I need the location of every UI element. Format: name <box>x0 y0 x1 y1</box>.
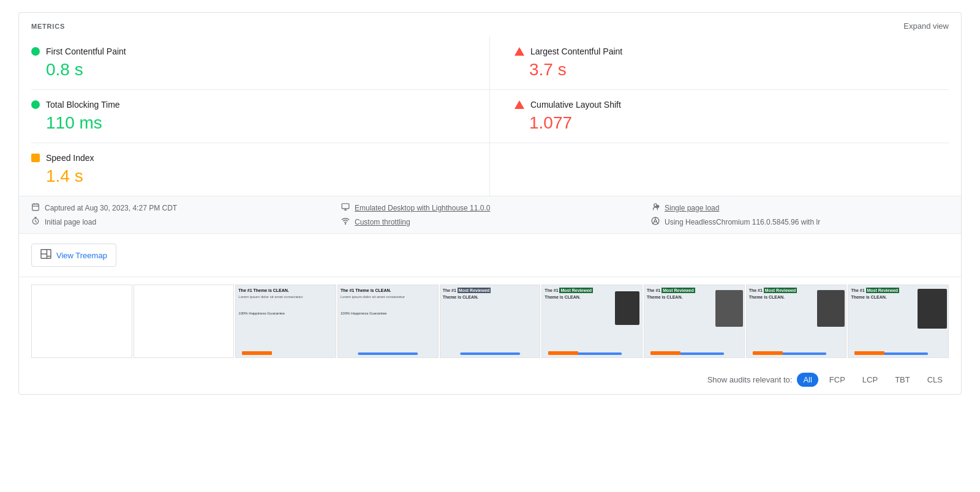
timer-icon <box>31 217 40 227</box>
si-value: 1.4 s <box>31 166 465 186</box>
audit-filter-bar: Show audits relevant to: All FCP LCP TBT… <box>19 368 961 394</box>
filter-fcp-button[interactable]: FCP <box>823 373 851 387</box>
metric-tbt: Total Blocking Time 110 ms <box>31 90 490 143</box>
info-emulated: Emulated Desktop with Lighthouse 11.0.0 <box>341 203 639 213</box>
wifi-icon <box>341 217 350 227</box>
cls-value: 1.077 <box>514 113 937 133</box>
tbt-label: Total Blocking Time <box>46 100 120 110</box>
cls-label: Cumulative Layout Shift <box>530 100 621 110</box>
tbt-indicator <box>31 100 40 109</box>
metrics-grid: First Contentful Paint 0.8 s Largest Con… <box>19 37 961 196</box>
filter-tbt-button[interactable]: TBT <box>889 373 916 387</box>
view-treemap-button[interactable]: View Treemap <box>31 244 116 267</box>
audit-filter-label: Show audits relevant to: <box>707 375 793 384</box>
captured-text: Captured at Aug 30, 2023, 4:27 PM CDT <box>45 204 177 212</box>
lcp-label: Largest Contentful Paint <box>530 47 622 56</box>
cls-indicator <box>514 100 524 109</box>
person-icon <box>651 203 660 213</box>
throttling-link[interactable]: Custom throttling <box>355 218 410 226</box>
monitor-icon <box>341 203 350 213</box>
svg-point-14 <box>345 223 345 224</box>
filter-all-button[interactable]: All <box>797 373 818 387</box>
metric-si: Speed Index 1.4 s <box>31 143 490 196</box>
filmstrip-frame-6: The #1 Most Reviewed Theme is CLEAN. <box>541 285 643 358</box>
tbt-value: 110 ms <box>31 113 465 133</box>
metric-cls: Cumulative Layout Shift 1.077 <box>490 90 949 143</box>
filmstrip-frame-3: The #1 Theme is CLEAN. Lorem ipsum dolor… <box>235 285 336 358</box>
info-bar: Captured at Aug 30, 2023, 4:27 PM CDT Em… <box>19 196 961 234</box>
metrics-title: METRICS <box>31 23 65 30</box>
metric-lcp: Largest Contentful Paint 3.7 s <box>490 37 949 90</box>
info-throttling: Custom throttling <box>341 217 639 227</box>
filmstrip-frame-7: The #1 Most Reviewed Theme is CLEAN. <box>644 285 745 358</box>
svg-rect-0 <box>32 204 39 211</box>
metric-fcp: First Contentful Paint 0.8 s <box>31 37 490 90</box>
fcp-indicator <box>31 47 40 56</box>
initial-load-text: Initial page load <box>45 218 96 226</box>
info-initial-load: Initial page load <box>31 217 329 227</box>
emulated-link[interactable]: Emulated Desktop with Lighthouse 11.0.0 <box>355 204 490 212</box>
filmstrip-frame-8: The #1 Most Reviewed Theme is CLEAN. <box>746 285 847 358</box>
si-indicator <box>31 154 40 162</box>
filter-lcp-button[interactable]: LCP <box>856 373 884 387</box>
filmstrip-frame-2 <box>134 285 235 358</box>
expand-view-button[interactable]: Expand view <box>903 21 949 31</box>
filter-cls-button[interactable]: CLS <box>921 373 949 387</box>
info-browser: Using HeadlessChromium 116.0.5845.96 wit… <box>651 217 949 227</box>
info-captured: Captured at Aug 30, 2023, 4:27 PM CDT <box>31 203 329 213</box>
view-treemap-label: View Treemap <box>56 251 107 260</box>
svg-rect-4 <box>342 204 349 209</box>
browser-text: Using HeadlessChromium 116.0.5845.96 wit… <box>665 218 820 226</box>
fcp-value: 0.8 s <box>31 60 465 80</box>
view-treemap-area: View Treemap <box>19 234 961 277</box>
fcp-label: First Contentful Paint <box>46 47 126 56</box>
filmstrip-container: The #1 Theme is CLEAN. Lorem ipsum dolor… <box>31 285 949 358</box>
page-load-type-link[interactable]: Single page load <box>665 204 719 212</box>
filmstrip-frame-4: The #1 Theme is CLEAN. Lorem ipsum dolor… <box>337 285 439 358</box>
lcp-value: 3.7 s <box>514 60 937 80</box>
filmstrip-frame-1 <box>31 285 132 358</box>
chrome-icon <box>651 217 660 227</box>
treemap-icon <box>40 249 51 261</box>
filmstrip-frame-9: The #1 Most Reviewed Theme is CLEAN. <box>848 285 949 358</box>
svg-point-7 <box>654 204 657 207</box>
info-page-load-type: Single page load <box>651 203 949 213</box>
si-label: Speed Index <box>46 153 94 163</box>
calendar-icon <box>31 203 40 213</box>
filmstrip-frame-5: The #1 Most Reviewed Theme is CLEAN. <box>440 285 541 358</box>
filmstrip-area: The #1 Theme is CLEAN. Lorem ipsum dolor… <box>19 277 961 368</box>
lcp-indicator <box>514 47 524 56</box>
metric-placeholder <box>490 143 949 196</box>
